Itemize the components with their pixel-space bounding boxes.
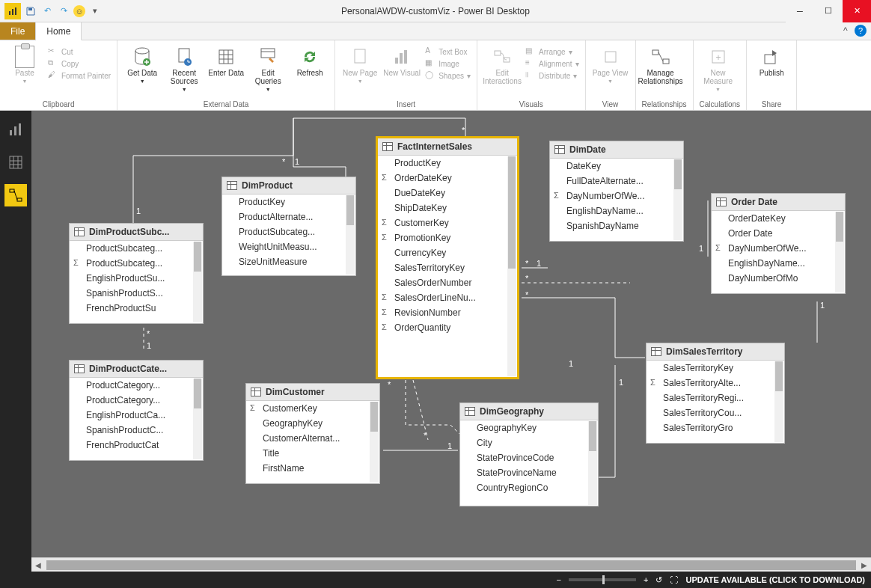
table-dimproduct[interactable]: DimProduct ProductKeyProductAlternate...… xyxy=(221,177,356,276)
field-row[interactable]: ΣCustomerKey xyxy=(246,401,379,416)
field-row[interactable]: SpanishDayName xyxy=(550,218,683,233)
field-row[interactable]: ShipDateKey xyxy=(378,200,517,215)
reset-icon[interactable]: ↺ xyxy=(655,575,662,585)
field-row[interactable]: SalesTerritoryKey xyxy=(647,361,784,376)
format-painter-button[interactable]: 🖌Format Painter xyxy=(48,70,111,81)
recent-sources-button[interactable]: Recent Sources▼ xyxy=(165,43,203,92)
field-row[interactable]: ΣCustomerKey xyxy=(378,215,517,230)
field-row[interactable]: GeographyKey xyxy=(246,416,379,431)
field-row[interactable]: EnglishDayName... xyxy=(712,256,845,271)
field-row[interactable]: FrenchProductCat xyxy=(70,438,203,453)
qat-dropdown-icon[interactable]: ▾ xyxy=(88,4,102,18)
field-row[interactable]: StateProvinceName xyxy=(460,465,598,480)
table-dimdate[interactable]: DimDate DateKeyFullDateAlternate...ΣDayN… xyxy=(549,141,684,242)
field-row[interactable]: DateKey xyxy=(550,159,683,174)
field-row[interactable]: ΣDayNumberOfWe... xyxy=(712,241,845,256)
save-icon[interactable] xyxy=(24,4,37,18)
scrollbar[interactable] xyxy=(370,402,379,483)
close-button[interactable]: ✕ xyxy=(843,0,871,22)
table-dimsalesterritory[interactable]: DimSalesTerritory SalesTerritoryKeyΣSale… xyxy=(646,343,785,444)
enter-data-button[interactable]: Enter Data xyxy=(207,43,245,77)
field-row[interactable]: CustomerAlternat... xyxy=(246,431,379,446)
field-row[interactable]: ProductKey xyxy=(378,156,517,171)
field-row[interactable]: SpanishProductS... xyxy=(70,286,203,301)
help-icon[interactable]: ? xyxy=(855,25,867,37)
edit-interactions-button[interactable]: Edit Interactions xyxy=(483,43,521,85)
field-row[interactable]: SizeUnitMeasure xyxy=(222,254,355,269)
field-row[interactable]: Order Date xyxy=(712,226,845,241)
field-row[interactable]: ProductAlternate... xyxy=(222,209,355,224)
zoom-out-icon[interactable]: − xyxy=(557,575,561,584)
table-factinternetsales[interactable]: FactInternetSales ProductKeyΣOrderDateKe… xyxy=(376,136,519,379)
zoom-slider[interactable] xyxy=(569,578,636,581)
page-view-button[interactable]: Page View▼ xyxy=(592,43,629,84)
table-orderdate[interactable]: Order Date OrderDateKeyOrder DateΣDayNum… xyxy=(711,193,846,294)
textbox-button[interactable]: AText Box xyxy=(425,46,471,57)
field-row[interactable]: EnglishProductSu... xyxy=(70,271,203,286)
edit-queries-button[interactable]: Edit Queries▼ xyxy=(249,43,287,92)
field-row[interactable]: ΣOrderDateKey xyxy=(378,171,517,186)
redo-icon[interactable]: ↷ xyxy=(57,4,70,18)
field-row[interactable]: ΣRevisionNumber xyxy=(378,305,517,320)
field-row[interactable]: FrenchProductSu xyxy=(70,301,203,316)
refresh-button[interactable]: Refresh xyxy=(291,43,328,77)
image-button[interactable]: ▦Image xyxy=(425,58,471,69)
manage-relationships-button[interactable]: Manage Relationships xyxy=(642,43,679,85)
new-visual-button[interactable]: New Visual xyxy=(383,43,421,77)
field-row[interactable]: ΣSalesOrderLineNu... xyxy=(378,290,517,305)
field-row[interactable]: ProductSubcateg... xyxy=(222,224,355,239)
publish-button[interactable]: Publish xyxy=(753,43,790,77)
field-row[interactable]: ΣDayNumberOfWe... xyxy=(550,189,683,203)
field-row[interactable]: City xyxy=(460,435,598,450)
field-row[interactable]: DayNumberOfMo xyxy=(712,271,845,286)
cut-button[interactable]: ✂Cut xyxy=(48,46,111,57)
ribbon-collapse-icon[interactable]: ^ xyxy=(843,25,848,36)
fit-to-screen-icon[interactable]: ⛶ xyxy=(670,575,678,584)
tab-home[interactable]: Home xyxy=(36,22,82,40)
maximize-button[interactable]: ☐ xyxy=(814,0,843,22)
scrollbar[interactable] xyxy=(774,361,783,442)
get-data-button[interactable]: Get Data▼ xyxy=(123,43,161,84)
arrange-button[interactable]: ▤Arrange ▾ xyxy=(525,46,578,57)
model-view-button[interactable] xyxy=(4,184,27,206)
table-dimgeography[interactable]: DimGeography GeographyKeyCityStateProvin… xyxy=(459,402,599,506)
scrollbar[interactable] xyxy=(193,379,202,459)
minimize-button[interactable]: ─ xyxy=(786,0,814,22)
field-row[interactable]: EnglishDayName... xyxy=(550,203,683,218)
field-row[interactable]: FullDateAlternate... xyxy=(550,174,683,189)
smiley-icon[interactable]: ☺ xyxy=(73,5,85,17)
scrollbar[interactable] xyxy=(507,156,516,376)
scrollbar[interactable] xyxy=(193,242,202,322)
field-row[interactable]: ΣPromotionKey xyxy=(378,230,517,245)
distribute-button[interactable]: ⫴Distribute ▾ xyxy=(525,70,578,81)
field-row[interactable]: WeightUnitMeasu... xyxy=(222,239,355,254)
field-row[interactable]: SpanishProductC... xyxy=(70,423,203,438)
scrollbar[interactable] xyxy=(835,212,844,293)
field-row[interactable]: SalesTerritoryGro xyxy=(647,420,784,435)
new-page-button[interactable]: New Page▼ xyxy=(341,43,379,84)
scrollbar[interactable] xyxy=(346,195,355,275)
copy-button[interactable]: ⧉Copy xyxy=(48,58,111,69)
report-view-button[interactable] xyxy=(4,118,27,141)
field-row[interactable]: CountryRegionCo xyxy=(460,480,598,495)
table-dimcustomer[interactable]: DimCustomer ΣCustomerKeyGeographyKeyCust… xyxy=(245,383,380,484)
scrollbar[interactable] xyxy=(673,159,682,240)
table-dimproductcategory[interactable]: DimProductCate... ProductCategory...Prod… xyxy=(69,360,204,461)
new-measure-button[interactable]: + New Measure▼ xyxy=(700,43,737,92)
scrollbar[interactable] xyxy=(588,421,597,505)
field-row[interactable]: ProductCategory... xyxy=(70,378,203,393)
field-row[interactable]: EnglishProductCa... xyxy=(70,408,203,423)
undo-icon[interactable]: ↶ xyxy=(40,4,54,18)
tab-file[interactable]: File xyxy=(0,22,36,40)
field-row[interactable]: ProductKey xyxy=(222,195,355,209)
update-banner[interactable]: UPDATE AVAILABLE (CLICK TO DOWNLOAD) xyxy=(685,575,865,584)
alignment-button[interactable]: ≡Alignment ▾ xyxy=(525,58,578,69)
field-row[interactable]: ProductCategory... xyxy=(70,393,203,408)
field-row[interactable]: ΣProductSubcateg... xyxy=(70,256,203,271)
data-view-button[interactable] xyxy=(4,151,27,174)
field-row[interactable]: FirstName xyxy=(246,461,379,476)
field-row[interactable]: SalesTerritoryCou... xyxy=(647,405,784,420)
field-row[interactable]: DueDateKey xyxy=(378,186,517,200)
paste-button[interactable]: Paste▼ xyxy=(6,43,43,84)
field-row[interactable]: ProductSubcateg... xyxy=(70,241,203,256)
